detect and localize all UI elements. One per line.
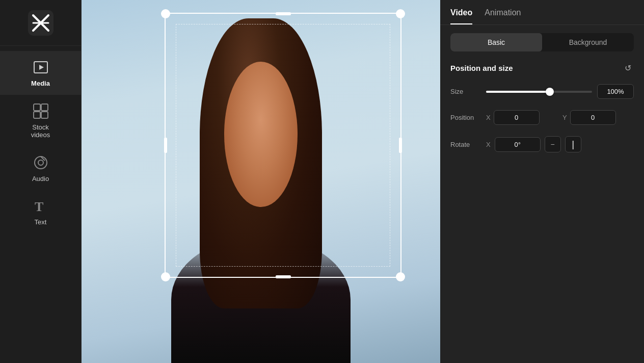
position-controls: X 0 Y 0 bbox=[486, 110, 634, 125]
stock-videos-label: Stock videos bbox=[31, 123, 50, 139]
rotate-controls: X 0° − | bbox=[486, 136, 634, 152]
svg-rect-8 bbox=[41, 104, 48, 111]
media-icon bbox=[32, 58, 50, 76]
position-y-group: Y 0 bbox=[562, 110, 634, 125]
size-slider-track[interactable] bbox=[486, 91, 592, 93]
panel-content: Position and size ↺ Size 100% Position X… bbox=[440, 60, 644, 363]
reset-button[interactable]: ↺ bbox=[622, 62, 634, 74]
rotate-x-input[interactable]: 0° bbox=[495, 137, 541, 152]
rotate-label: Rotate bbox=[450, 141, 486, 148]
sidebar-item-audio[interactable]: Audio bbox=[0, 146, 81, 190]
main-canvas-area bbox=[82, 0, 440, 363]
text-icon: T bbox=[32, 197, 50, 215]
svg-point-11 bbox=[35, 157, 47, 169]
sidebar-item-text[interactable]: T Text bbox=[0, 190, 81, 234]
tab-animation[interactable]: Animation bbox=[485, 8, 521, 24]
position-y-axis-label: Y bbox=[562, 114, 567, 121]
sidebar-item-media[interactable]: Media bbox=[0, 51, 81, 95]
size-controls: 100% bbox=[486, 84, 634, 99]
audio-icon bbox=[32, 153, 50, 172]
sub-tabs: Basic Background bbox=[450, 33, 634, 51]
sub-tab-basic[interactable]: Basic bbox=[450, 33, 542, 51]
rotate-x-axis-label: X bbox=[486, 141, 491, 148]
section-header: Position and size ↺ bbox=[450, 62, 634, 74]
svg-text:T: T bbox=[35, 199, 43, 214]
sidebar-item-stock-videos[interactable]: Stock videos bbox=[0, 95, 81, 146]
canvas-background bbox=[82, 0, 440, 363]
rotate-minus-button[interactable]: − bbox=[545, 136, 561, 152]
sidebar-nav: Media Stock videos bbox=[0, 46, 81, 234]
svg-marker-5 bbox=[39, 65, 44, 70]
position-x-axis-label: X bbox=[486, 114, 491, 121]
svg-point-12 bbox=[38, 160, 43, 165]
rotate-plus-button[interactable]: | bbox=[565, 136, 581, 152]
position-x-input[interactable]: 0 bbox=[494, 110, 540, 125]
text-label: Text bbox=[35, 218, 47, 226]
face-silhouette bbox=[224, 62, 298, 207]
size-value[interactable]: 100% bbox=[597, 84, 634, 99]
sidebar: Media Stock videos bbox=[0, 0, 82, 363]
sidebar-logo bbox=[0, 0, 81, 46]
media-label: Media bbox=[31, 80, 50, 88]
section-title: Position and size bbox=[450, 64, 513, 72]
audio-label: Audio bbox=[32, 175, 49, 183]
size-label: Size bbox=[450, 88, 486, 95]
hair-silhouette bbox=[200, 18, 321, 309]
svg-rect-10 bbox=[41, 112, 48, 118]
tab-video[interactable]: Video bbox=[450, 8, 472, 24]
stock-videos-icon bbox=[32, 102, 50, 120]
svg-rect-9 bbox=[34, 112, 40, 118]
size-slider-thumb[interactable] bbox=[546, 88, 554, 96]
position-label: Position bbox=[450, 114, 486, 121]
position-x-group: X 0 bbox=[486, 110, 557, 125]
position-row: Position X 0 Y 0 bbox=[450, 110, 634, 125]
position-y-input[interactable]: 0 bbox=[570, 110, 616, 125]
right-panel: Video Animation Basic Background Positio… bbox=[440, 0, 644, 363]
size-slider-fill bbox=[486, 91, 550, 93]
svg-rect-7 bbox=[34, 104, 40, 111]
panel-tabs: Video Animation bbox=[440, 0, 644, 25]
app-logo-icon bbox=[28, 10, 53, 36]
size-row: Size 100% bbox=[450, 84, 634, 99]
sub-tab-background[interactable]: Background bbox=[542, 33, 634, 51]
rotate-row: Rotate X 0° − | bbox=[450, 136, 634, 152]
